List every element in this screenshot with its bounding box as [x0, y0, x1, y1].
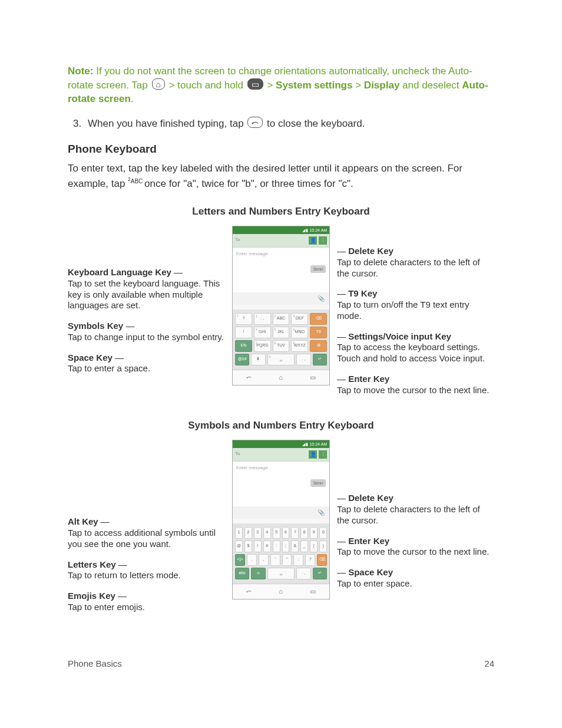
key: . — [247, 554, 257, 566]
key: ? — [305, 554, 315, 566]
diagram2-right-col: — Delete Key Tap to delete characters to… — [335, 440, 494, 598]
msg-placeholder: Enter message — [236, 251, 268, 256]
key: 1. , — [254, 313, 271, 325]
key: 7 — [291, 527, 299, 539]
key: $ — [244, 541, 252, 552]
step-3: When you have finished typing, tap ⤺ to … — [84, 117, 494, 131]
lbl-title: T9 Key — [348, 288, 377, 298]
lbl-desc: Tap to enter emojis. — [68, 602, 145, 612]
display-text: Display — [364, 80, 399, 91]
key: " — [282, 554, 292, 566]
diagram1: Keyboard Language Key — Tap to set the k… — [68, 226, 494, 405]
step-3-post: to close the keyboard. — [267, 118, 365, 129]
key: ' — [270, 554, 280, 566]
lbl-title: Alt Key — [68, 516, 98, 526]
key: ( — [310, 541, 318, 552]
lbl-desc: Tap to delete characters to the left of … — [337, 257, 480, 278]
lbl-desc: Tap to return to letters mode. — [68, 570, 181, 580]
phone-keyboard-para: To enter text, tap the key labeled with … — [68, 162, 494, 191]
pk-para-2: once for "a", twice for "b", or three ti… — [144, 178, 353, 189]
key: 8 — [300, 527, 308, 539]
lbl-title: Enter Key — [348, 374, 389, 384]
key: 9WXYZ — [291, 340, 308, 352]
lbl-desc: Tap to delete characters to the left of … — [337, 504, 480, 525]
recent-apps-icon: ▭ — [247, 78, 263, 90]
contact-icon: 👤 — [309, 236, 317, 245]
shift-key-icon: ⬆ — [251, 354, 265, 365]
key: _ — [300, 541, 308, 552]
letters-mode-key: abc — [235, 568, 249, 579]
home-icon: ⌂ — [152, 78, 165, 90]
key: 4GHI — [254, 327, 271, 338]
space-key: ␣ — [267, 568, 295, 579]
lbl-title: Delete Key — [348, 246, 394, 256]
footer-page-number: 24 — [484, 658, 494, 670]
label-letters-key: Letters Key — Tap to return to letters m… — [68, 559, 225, 582]
android-navbar: ⤺ ⌂ ▭ — [233, 370, 329, 385]
status-bar: ◢ ▮ 10:24 AM — [233, 226, 329, 233]
menu-icon: ⋮ — [319, 236, 327, 245]
diagram2-title: Symbols and Numbers Entry Keyboard — [68, 419, 494, 433]
key: ) — [319, 541, 327, 552]
to-label: To — [235, 237, 307, 243]
send-button: Send — [310, 265, 326, 273]
diagram2: Alt Key — Tap to access additional symbo… — [68, 440, 494, 622]
key: 2 — [244, 527, 252, 539]
label-symbols-key: Symbols Key — Tap to change input to the… — [68, 321, 225, 343]
diagram1-right-col: — Delete Key Tap to delete characters to… — [335, 226, 494, 405]
lbl-title: Symbols Key — [68, 321, 123, 331]
key: 5 — [273, 527, 280, 539]
step-3-pre: When you have finished typing, tap — [88, 118, 244, 129]
t9-key: T9 — [310, 327, 327, 338]
lbl-title: Space Key — [348, 567, 393, 577]
key: : — [293, 554, 303, 566]
key: : — [273, 541, 280, 552]
key: 1 — [235, 527, 243, 539]
system-settings-text: System settings — [276, 80, 352, 91]
key: . , — [296, 568, 310, 579]
attach-row: 📎 — [233, 506, 329, 519]
lbl-desc: Tap to access the keyboard settings. Tou… — [337, 342, 485, 363]
key: 6 — [282, 527, 290, 539]
attach-row: 📎 — [233, 292, 329, 305]
key: 7PQRS — [254, 340, 271, 352]
lbl-title: Emojis Key — [68, 591, 115, 601]
enter-key-icon: ↵ — [313, 354, 327, 365]
lbl-desc: Tap to set the keyboard language. This k… — [68, 278, 220, 311]
label-delete-key-2: — Delete Key Tap to delete characters to… — [337, 493, 494, 526]
language-key: EN — [235, 340, 252, 352]
contact-icon: 👤 — [309, 450, 317, 459]
diagram2-phone: ◢ ▮ 10:24 AM To 👤 ⋮ Enter message Send 📎… — [232, 440, 330, 599]
note-paragraph: Note: If you do not want the screen to c… — [68, 65, 494, 106]
key: # — [263, 541, 271, 552]
settings-key-icon: ⚙ — [310, 340, 327, 352]
label-settings-voice-key: — Settings/Voice input Key Tap to access… — [337, 331, 494, 364]
key: 3DEF — [291, 313, 308, 325]
symbols-mode-key: @1# — [235, 354, 249, 365]
status-time: 10:24 AM — [309, 442, 327, 446]
to-row: To 👤 ⋮ — [233, 448, 329, 462]
label-keyboard-language-key: Keyboard Language Key — Tap to set the k… — [68, 267, 225, 311]
key: 2ABC — [273, 313, 290, 325]
nav-back-icon: ⤺ — [246, 373, 252, 382]
page-footer: Phone Basics 24 — [68, 658, 494, 670]
nav-back-icon: ⤺ — [246, 587, 252, 596]
lbl-title: Keyboard Language Key — [68, 267, 171, 277]
key: 7? — [235, 313, 252, 325]
lbl-desc: Tap to enter space. — [337, 578, 412, 588]
key: ! — [235, 327, 252, 338]
lbl-title: Enter Key — [348, 536, 389, 546]
to-row: To 👤 ⋮ — [233, 234, 329, 248]
lbl-title: Settings/Voice input Key — [348, 331, 451, 341]
lbl-title: Letters Key — [68, 559, 116, 569]
key: 5JKL — [273, 327, 290, 338]
note-label: Note: — [68, 65, 93, 77]
lbl-desc: Tap to change input to the symbol entry. — [68, 332, 224, 342]
delete-key-icon: ⌫ — [317, 554, 327, 566]
nav-recent-icon: ▭ — [310, 373, 316, 382]
key: . , — [296, 354, 310, 365]
key: @ — [235, 541, 243, 552]
note-period: . — [131, 93, 134, 104]
gt-2: > — [355, 80, 361, 91]
nav-recent-icon: ▭ — [310, 587, 316, 596]
